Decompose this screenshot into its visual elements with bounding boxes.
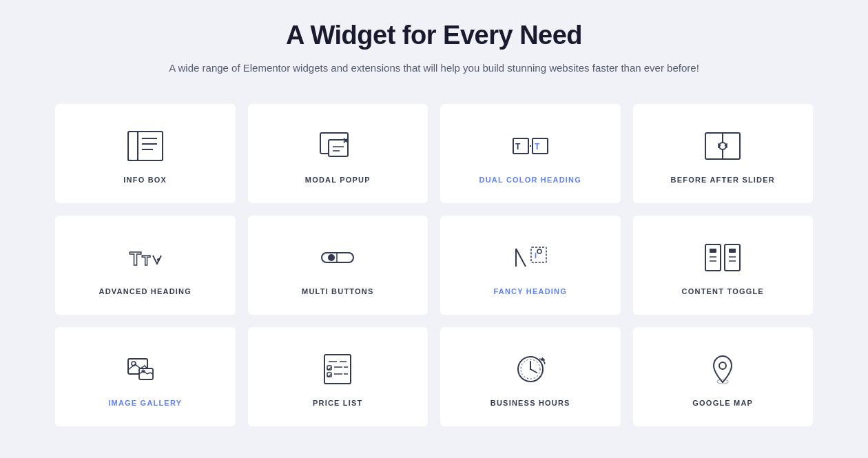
widget-label-image-gallery: IMAGE GALLERY [108,399,182,407]
svg-rect-32 [725,244,740,271]
before-after-slider-icon [702,129,743,163]
svg-text:T: T [142,253,150,268]
svg-point-27 [537,249,541,253]
widget-label-price-list: PRICE LIST [313,399,363,407]
modal-popup-icon [317,129,358,163]
widget-label-modal-popup: MODAL POPUP [305,176,371,184]
svg-rect-38 [139,368,153,379]
widget-card-dual-color-heading[interactable]: T T DUAL COLOR HEADING [440,104,621,203]
image-gallery-icon [125,352,166,386]
widget-card-image-gallery[interactable]: IMAGE GALLERY [55,327,236,426]
svg-rect-28 [705,244,721,271]
svg-text:T: T [535,142,540,152]
svg-rect-22 [322,253,353,262]
page-subtitle: A wide range of Elementor widgets and ex… [55,60,813,76]
svg-point-53 [719,362,726,369]
widget-label-business-hours: BUSINESS HOURS [490,399,570,407]
content-toggle-icon [702,240,743,275]
fancy-heading-icon: I [510,240,551,275]
price-list-icon [317,352,358,386]
google-map-icon [702,352,743,386]
widget-card-before-after-slider[interactable]: BEFORE AFTER SLIDER [633,104,814,203]
widget-card-fancy-heading[interactable]: I FANCY HEADING [440,216,621,315]
svg-rect-33 [729,249,736,253]
widget-card-content-toggle[interactable]: CONTENT TOGGLE [633,216,814,315]
widget-card-modal-popup[interactable]: MODAL POPUP [248,104,428,203]
svg-line-52 [530,369,537,373]
svg-text:I: I [535,251,537,260]
business-hours-icon [510,352,551,386]
svg-rect-1 [128,132,138,160]
svg-rect-29 [710,249,716,253]
widget-label-info-box: INFO BOX [123,176,167,184]
widget-label-dual-color-heading: DUAL COLOR HEADING [479,176,581,184]
info-box-icon [125,129,166,163]
dual-color-heading-icon: T T [510,129,551,163]
widget-card-price-list[interactable]: PRICE LIST [248,327,428,426]
page-title: A Widget for Every Need [55,21,813,50]
widget-label-google-map: GOOGLE MAP [692,399,753,407]
widget-label-multi-buttons: MULTI BUTTONS [302,287,373,295]
multi-buttons-icon [317,240,358,275]
svg-text:T: T [515,142,521,152]
widget-label-advanced-heading: ADVANCED HEADING [99,287,192,295]
svg-point-23 [328,254,335,261]
svg-point-21 [157,258,160,261]
widget-label-content-toggle: CONTENT TOGGLE [682,287,764,295]
widget-card-google-map[interactable]: GOOGLE MAP [633,327,814,426]
widget-label-before-after-slider: BEFORE AFTER SLIDER [671,176,775,184]
widget-grid: INFO BOX MODAL POPUP T T DUAL COLOR HEAD… [55,104,813,426]
widget-card-multi-buttons[interactable]: MULTI BUTTONS [248,216,428,315]
widget-label-fancy-heading: FANCY HEADING [494,287,567,295]
svg-text:T: T [130,248,141,269]
widget-card-advanced-heading[interactable]: T T ADVANCED HEADING [55,216,236,315]
advanced-heading-icon: T T [125,240,166,275]
widget-card-business-hours[interactable]: BUSINESS HOURS [440,327,621,426]
widget-card-info-box[interactable]: INFO BOX [55,104,236,203]
svg-rect-0 [128,132,163,160]
page-header: A Widget for Every Need A wide range of … [55,21,813,76]
